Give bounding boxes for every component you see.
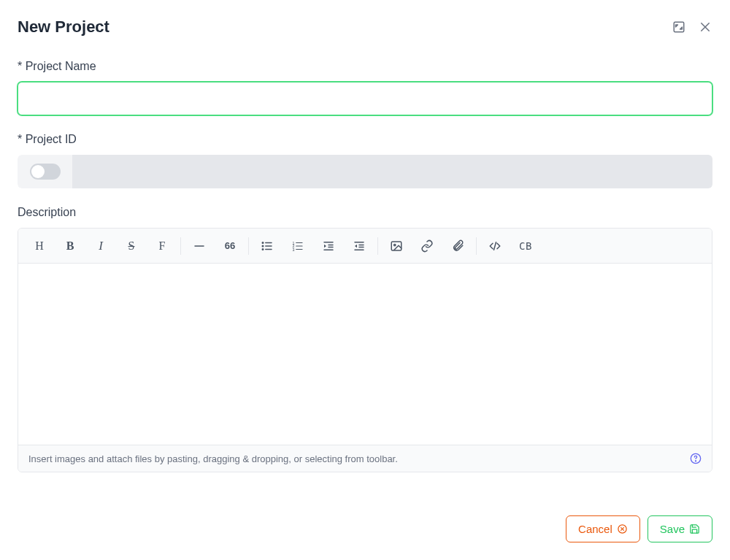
ordered-list-icon: 1 2 3 — [291, 239, 304, 253]
svg-point-28 — [695, 461, 696, 461]
image-button[interactable] — [381, 231, 412, 261]
font-icon: F — [159, 239, 166, 253]
cancel-button-label: Cancel — [578, 523, 612, 535]
toolbar-divider — [377, 237, 378, 255]
ordered-list-button[interactable]: 1 2 3 — [283, 231, 313, 261]
description-group: Description H B I S F 66 — [18, 206, 712, 472]
toolbar-divider — [248, 237, 249, 255]
editor-toolbar: H B I S F 66 — [18, 229, 712, 264]
code-block-icon: CB — [519, 240, 532, 252]
outdent-button[interactable] — [344, 231, 374, 261]
attachment-button[interactable] — [442, 231, 473, 261]
svg-point-6 — [262, 245, 264, 247]
cancel-circle-icon — [617, 523, 628, 534]
editor-footer: Insert images and attach files by pastin… — [18, 445, 712, 472]
blockquote-icon: 66 — [225, 240, 235, 251]
save-button[interactable]: Save — [648, 515, 712, 542]
unordered-list-icon — [261, 239, 274, 253]
svg-line-26 — [494, 242, 496, 250]
heading-icon: H — [35, 239, 44, 253]
indent-icon — [322, 239, 335, 253]
project-id-input[interactable] — [72, 155, 712, 188]
new-project-modal: New Project * Project Name * Project ID — [0, 0, 730, 560]
editor-hint-text: Insert images and attach files by pastin… — [28, 453, 398, 464]
project-name-label: * Project Name — [18, 60, 712, 73]
indent-button[interactable] — [313, 231, 344, 261]
help-icon[interactable] — [690, 453, 702, 464]
modal-footer: Cancel Save — [18, 498, 712, 542]
code-icon — [488, 239, 502, 253]
horizontal-rule-button[interactable] — [184, 231, 215, 261]
code-button[interactable] — [480, 231, 510, 261]
font-button[interactable]: F — [147, 231, 177, 261]
image-icon — [390, 239, 403, 253]
modal-header: New Project — [18, 18, 712, 37]
italic-button[interactable]: I — [85, 231, 116, 261]
unordered-list-button[interactable] — [252, 231, 283, 261]
svg-point-4 — [262, 242, 264, 243]
blockquote-button[interactable]: 66 — [215, 231, 245, 261]
link-icon — [420, 239, 434, 253]
project-name-group: * Project Name — [18, 60, 712, 115]
strikethrough-button[interactable]: S — [116, 231, 147, 261]
toolbar-divider — [476, 237, 477, 255]
project-id-toggle[interactable] — [30, 164, 61, 180]
paperclip-icon — [451, 239, 464, 253]
rich-text-editor: H B I S F 66 — [18, 228, 712, 472]
description-label: Description — [18, 206, 712, 219]
toggle-knob — [31, 165, 45, 178]
horizontal-rule-icon — [193, 239, 206, 253]
save-button-label: Save — [660, 523, 685, 535]
project-id-row — [18, 155, 712, 188]
bold-icon: B — [66, 239, 74, 253]
modal-title: New Project — [18, 18, 110, 37]
svg-point-8 — [262, 248, 264, 250]
editor-textarea[interactable] — [18, 264, 712, 445]
italic-icon: I — [99, 239, 103, 253]
expand-icon[interactable] — [672, 20, 686, 34]
svg-text:3: 3 — [293, 247, 295, 251]
link-button[interactable] — [412, 231, 442, 261]
toolbar-divider — [180, 237, 181, 255]
heading-button[interactable]: H — [24, 231, 55, 261]
bold-button[interactable]: B — [55, 231, 85, 261]
strikethrough-icon: S — [128, 239, 135, 253]
svg-point-25 — [394, 244, 396, 245]
close-icon[interactable] — [698, 20, 712, 34]
project-name-input[interactable] — [18, 82, 712, 115]
cancel-button[interactable]: Cancel — [566, 515, 640, 542]
header-actions — [672, 20, 712, 34]
outdent-icon — [353, 239, 366, 253]
project-id-group: * Project ID — [18, 133, 712, 188]
project-id-label: * Project ID — [18, 133, 712, 146]
project-id-toggle-wrap — [18, 155, 72, 188]
save-floppy-icon — [689, 523, 700, 534]
code-block-button[interactable]: CB — [510, 231, 541, 261]
